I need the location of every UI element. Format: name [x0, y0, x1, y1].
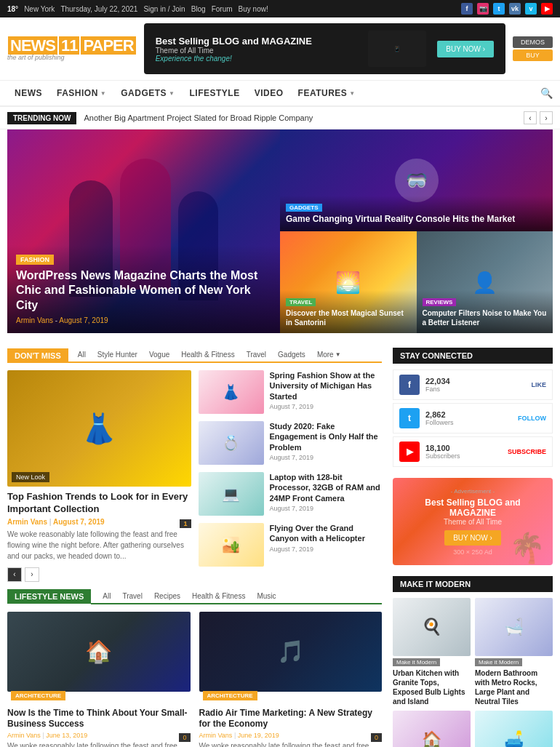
page-prev-button[interactable]: ‹ — [7, 567, 22, 582]
trending-prev-button[interactable]: ‹ — [524, 111, 537, 124]
logo[interactable]: NEWS11PAPER the art of publishing — [7, 36, 137, 61]
banner-buy-button[interactable]: BUY NOW › — [437, 41, 494, 57]
hero-top-right-overlay: GADGETS Game Changing Virtual Reality Co… — [280, 196, 553, 231]
featured-date: August 7, 2019 — [53, 518, 105, 526]
ls-tab-recipes[interactable]: Recipes — [148, 589, 186, 603]
page-next-button[interactable]: › — [25, 567, 39, 582]
facebook-platform-icon: f — [399, 375, 420, 395]
article-image-2: 💍 — [199, 421, 264, 465]
modern-item-1[interactable]: 🍳 Make it Modern Urban Kitchen with Gran… — [393, 598, 471, 706]
nav-video[interactable]: VIDEO — [247, 81, 291, 105]
youtube-icon[interactable]: ▶ — [541, 3, 553, 15]
blog-link[interactable]: Blog — [191, 5, 206, 13]
hero-santorini-article[interactable]: 🌅 TRAVEL Discover the Most Magical Sunse… — [280, 231, 417, 333]
banner-subtitle: Theme of All Time — [156, 47, 312, 55]
list-item[interactable]: 💍 Study 2020: Fake Engagement is Only Ha… — [199, 421, 383, 465]
social-icons: f 📷 t vk v ▶ — [461, 3, 553, 15]
twitter-follow-button[interactable]: FOLLOW — [518, 415, 546, 422]
facebook-label: Fans — [425, 386, 525, 393]
vimeo-icon[interactable]: v — [525, 3, 537, 15]
nav-lifestyle[interactable]: LIFESTYLE — [183, 81, 247, 105]
forum-link[interactable]: Forum — [212, 5, 233, 13]
featured-excerpt: We woke reasonably late following the fe… — [7, 529, 191, 562]
hero-top-right-title: Game Changing Virtual Reality Console Hi… — [286, 214, 547, 225]
featured-badge: New Look — [12, 472, 49, 482]
modern-item-4[interactable]: 🛋️ — [475, 711, 553, 747]
nav-gadgets[interactable]: GADGETS ▼ — [113, 81, 182, 105]
nav-fashion[interactable]: FASHION ▼ — [49, 81, 113, 105]
article-date-2: August 7, 2019 — [270, 454, 383, 461]
list-item[interactable]: 👗 Spring Fashion Show at the University … — [199, 370, 383, 414]
dont-miss-label: DON'T MISS — [7, 348, 68, 363]
demos-button[interactable]: DEMOS — [513, 36, 553, 48]
make-modern-section: MAKE IT MODERN 🍳 Make it Modern Urban Ki… — [393, 576, 553, 747]
lifestyle-excerpt-1: We woke reasonably late following the fe… — [7, 741, 191, 747]
modern-item-2[interactable]: 🛁 Make it Modern Modern Bathroom with Me… — [475, 598, 553, 706]
banner-title: Best Selling BLOG and MAGAZINE — [156, 36, 312, 47]
banner-text: Best Selling BLOG and MAGAZINE Theme of … — [156, 36, 312, 63]
tab-health-fitness[interactable]: Health & Fitness — [175, 348, 240, 361]
buy-now-link[interactable]: Buy now! — [239, 5, 268, 13]
page-nav: ‹ › — [7, 567, 191, 582]
twitter-icon[interactable]: t — [493, 3, 505, 15]
lifestyle-article-2[interactable]: 🎵 Architecture Radio Air Time Marketing:… — [199, 612, 383, 747]
modern-badge-2: Make it Modern — [475, 658, 522, 666]
hero-santorini-overlay: TRAVEL Discover the Most Magical Sunset … — [280, 290, 417, 333]
ls-tab-all[interactable]: All — [97, 589, 116, 603]
lifestyle-cat-1: Architecture — [11, 691, 65, 700]
tab-style-hunter[interactable]: Style Hunter — [92, 348, 143, 361]
featured-image[interactable]: 👗 New Look — [7, 370, 191, 487]
ls-tab-music[interactable]: Music — [251, 589, 281, 603]
facebook-like-button[interactable]: LIKE — [531, 381, 546, 388]
instagram-icon[interactable]: 📷 — [477, 3, 489, 15]
article-info-3: Laptop with 128-bit Processor, 32GB of R… — [270, 472, 383, 512]
hero-reviews-article[interactable]: 👤 REVIEWS Computer Filters Noise to Make… — [417, 231, 553, 333]
modern-article-title-2: Modern Bathroom with Metro Rocks, Large … — [475, 668, 553, 706]
hero-main-meta: Armin Vans - August 7, 2019 — [16, 316, 271, 324]
youtube-subscribe-button[interactable]: SUBSCRIBE — [508, 448, 546, 455]
hero-top-right-article[interactable]: 🥽 GADGETS Game Changing Virtual Reality … — [280, 129, 553, 231]
search-icon[interactable]: 🔍 — [540, 87, 553, 99]
sidebar: STAY CONNECTED f 22,034 Fans LIKE t 2,86… — [393, 348, 553, 747]
featured-article: 👗 New Look Top Fashion Trends to Look fo… — [7, 370, 191, 582]
trending-next-button[interactable]: › — [540, 111, 553, 124]
hero-main-author: Armin Vans — [16, 316, 53, 324]
ls-tab-travel[interactable]: Travel — [116, 589, 148, 603]
tab-travel[interactable]: Travel — [241, 348, 272, 361]
tab-more[interactable]: More ▼ — [311, 348, 347, 361]
stay-connected-section: STAY CONNECTED f 22,034 Fans LIKE t 2,86… — [393, 348, 553, 467]
lifestyle-article-1[interactable]: 🏠 Architecture Now Is the Time to Think … — [7, 612, 191, 747]
modern-item-3[interactable]: 🏠 — [393, 711, 471, 747]
hero-section: FASHION WordPress News Magazine Charts t… — [7, 129, 553, 333]
lifestyle-date-2: June 19, 2019 — [238, 732, 279, 739]
vk-icon[interactable]: vk — [509, 3, 521, 15]
tab-gadgets[interactable]: Gadgets — [272, 348, 311, 361]
article-date-3: August 7, 2019 — [270, 505, 383, 512]
tab-vogue[interactable]: Vogue — [143, 348, 175, 361]
lifestyle-meta-2: Armin Vans | June 19, 2019 0 — [199, 732, 383, 739]
sign-in-link[interactable]: Sign in / Join — [143, 5, 185, 13]
modern-image-2: 🛁 — [475, 598, 553, 656]
nav-features[interactable]: FEATURES ▼ — [291, 81, 363, 105]
ad-buy-button[interactable]: BUY NOW › — [444, 530, 501, 546]
buy-button[interactable]: BUY — [513, 49, 553, 61]
list-item[interactable]: 🏜️ Flying Over the Grand Canyon with a H… — [199, 523, 383, 567]
modern-badge-1: Make it Modern — [393, 658, 440, 666]
facebook-icon[interactable]: f — [461, 3, 473, 15]
nav-news[interactable]: NEWS — [7, 81, 49, 105]
lifestyle-header: LIFESTYLE NEWS All Travel Recipes Health… — [7, 589, 382, 604]
tab-all[interactable]: All — [72, 348, 92, 361]
lifestyle-comments-1: 0 — [179, 733, 190, 742]
article-title-1: Spring Fashion Show at the University of… — [270, 370, 383, 402]
article-date-1: August 7, 2019 — [270, 403, 383, 410]
ls-tab-health[interactable]: Health & Fitness — [186, 589, 251, 603]
hero-santorini-category: TRAVEL — [286, 298, 316, 306]
navigation: NEWS FASHION ▼ GADGETS ▼ LIFESTYLE VIDEO… — [0, 81, 560, 107]
youtube-count: 18,100 — [425, 444, 502, 452]
youtube-platform-icon: ▶ — [399, 442, 420, 462]
modern-image-4: 🛋️ — [475, 711, 553, 747]
list-item[interactable]: 💻 Laptop with 128-bit Processor, 32GB of… — [199, 472, 383, 516]
palm-decoration: 🌴 — [509, 531, 545, 565]
featured-title: Top Fashion Trends to Look for in Every … — [7, 491, 191, 516]
hero-main-article[interactable]: FASHION WordPress News Magazine Charts t… — [7, 129, 280, 333]
